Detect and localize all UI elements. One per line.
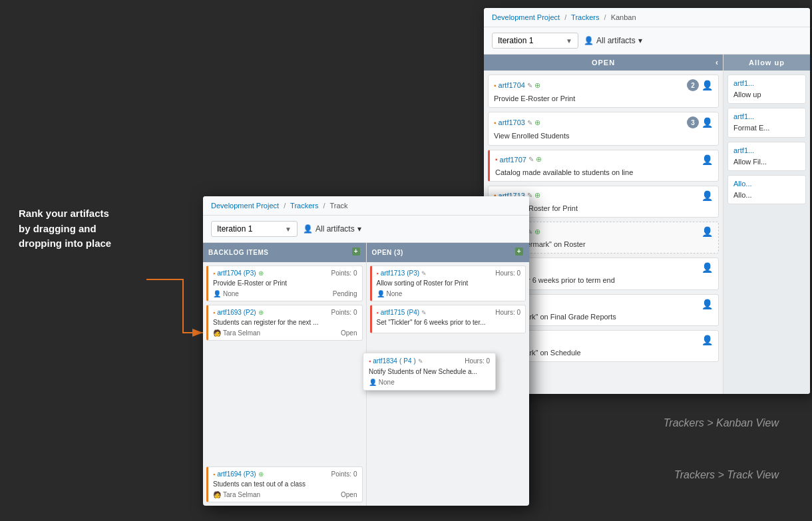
instruction-line3: dropping into place bbox=[19, 238, 111, 249]
defect-icon: ▪ bbox=[377, 309, 379, 316]
breadcrumb-trackers[interactable]: Trackers bbox=[571, 13, 599, 21]
tc-points-1693: Points: 0 bbox=[331, 309, 357, 316]
kanban-toolbar: Iteration 1 ▼ 👤 All artifacts ▾ bbox=[484, 27, 810, 55]
user-icon: 🧑 bbox=[213, 491, 221, 498]
open-track-col-header: OPEN (3) + bbox=[367, 243, 530, 262]
artifacts-label: All artifacts bbox=[596, 36, 636, 45]
edit-icon[interactable]: ✎ bbox=[418, 358, 423, 365]
right-card-title2: Format E... bbox=[733, 123, 800, 132]
add-icon[interactable]: ⊕ bbox=[534, 191, 540, 200]
tc-title-1694: Students can test out of a class bbox=[213, 480, 357, 488]
tc-hours-1715: Hours: 0 bbox=[495, 309, 520, 316]
right-card-id3[interactable]: artf1... bbox=[733, 146, 754, 154]
right-card-title3: Allow Fil... bbox=[733, 157, 800, 166]
backlog-empty-space bbox=[206, 344, 363, 463]
kanban-view-label: Trackers > Kanban View bbox=[664, 417, 779, 429]
tc-id-artf1704[interactable]: ▪ artf1704 (P3) ⊕ bbox=[213, 269, 264, 277]
card-id-artf1707[interactable]: ▪ artf1707 ✎ ⊕ bbox=[495, 155, 542, 164]
user-icon: 👤 bbox=[702, 117, 713, 128]
breadcrumb-kanban: Kanban bbox=[611, 13, 636, 21]
track-breadcrumb-devproject[interactable]: Development Project bbox=[211, 202, 279, 210]
right-card-id4[interactable]: Allo... bbox=[733, 180, 752, 188]
track-artifacts-button[interactable]: 👤 All artifacts ▾ bbox=[303, 224, 361, 234]
edit-icon-small[interactable]: ✎ bbox=[421, 309, 427, 316]
open-col-label: OPEN bbox=[592, 59, 615, 67]
kanban-breadcrumb: Development Project / Trackers / Kanban bbox=[484, 8, 810, 27]
open-track-label: OPEN (3) bbox=[372, 249, 403, 256]
kanban-card-artf1704: ▪ artf1704 ✎ ⊕ 2 👤 Provide E-Roster or P… bbox=[488, 75, 719, 108]
tc-id-artf1694[interactable]: ▪ artf1694 (P3) ⊕ bbox=[213, 470, 264, 478]
card-id-artf1704[interactable]: ▪ artf1704 ✎ ⊕ bbox=[494, 81, 540, 90]
popup-hours: Hours: 0 bbox=[465, 357, 490, 365]
track-card-open-artf1713: ▪ artf1713 (P3) ✎ Hours: 0 Allow sorting… bbox=[370, 265, 526, 301]
tc-id-artf1693[interactable]: ▪ artf1693 (P2) ⊕ bbox=[213, 309, 264, 316]
user-icon: 👤 bbox=[702, 299, 713, 309]
tc-user-name: None bbox=[223, 290, 239, 297]
instruction-line1: Rank your artifacts bbox=[19, 208, 109, 219]
right-card-title1: Allow up bbox=[733, 90, 800, 99]
person-icon: 👤 bbox=[584, 36, 594, 45]
add-icon[interactable]: ⊕ bbox=[534, 81, 540, 90]
add-icon-small[interactable]: ⊕ bbox=[258, 470, 264, 478]
track-card-artf1694: ▪ artf1694 (P3) ⊕ Points: 0 Students can… bbox=[206, 466, 363, 502]
collapse-icon[interactable]: ‹ bbox=[715, 58, 719, 67]
track-view-label: Trackers > Track View bbox=[664, 469, 779, 481]
add-icon[interactable]: ⊕ bbox=[534, 118, 540, 127]
track-breadcrumb-trackers[interactable]: Trackers bbox=[290, 202, 318, 210]
user-icon: 👤 bbox=[377, 290, 385, 297]
card-title-artf1707: Catalog made available to students on li… bbox=[495, 168, 713, 177]
popup-id-text: artf1834 bbox=[373, 357, 397, 365]
add-icon-small[interactable]: ⊕ bbox=[258, 309, 264, 316]
tc-status-1704: Pending bbox=[333, 290, 357, 297]
track-card-artf1693: ▪ artf1693 (P2) ⊕ Points: 0 Students can… bbox=[206, 305, 363, 341]
kanban-artifacts-button[interactable]: 👤 All artifacts ▾ bbox=[584, 36, 642, 45]
user-icon: 👤 bbox=[213, 290, 221, 297]
kanban-iteration-select[interactable]: Iteration 1 ▼ bbox=[492, 33, 578, 49]
story-icon: ▪ bbox=[213, 309, 215, 316]
track-iteration-label: Iteration 1 bbox=[217, 224, 252, 234]
user-icon: 👤 bbox=[702, 335, 713, 345]
tc-user-1693: 🧑 Tara Selman bbox=[213, 329, 260, 337]
edit-icon[interactable]: ✎ bbox=[527, 82, 532, 89]
edit-icon[interactable]: ✎ bbox=[527, 119, 532, 126]
kanban-right-column: Allow up artf1... Allow up artf1... Form… bbox=[723, 55, 810, 394]
tc-status-1693: Open bbox=[341, 329, 357, 337]
add-icon-small[interactable]: ⊕ bbox=[258, 269, 264, 277]
add-icon[interactable]: ⊕ bbox=[534, 228, 540, 236]
right-card-id1[interactable]: artf1... bbox=[733, 79, 754, 87]
story-icon: ▪ bbox=[494, 82, 497, 89]
tc-user-1694: 🧑 Tara Selman bbox=[213, 491, 260, 498]
track-artifacts-label: All artifacts bbox=[315, 224, 355, 234]
chevron-down-icon: ▼ bbox=[566, 37, 572, 45]
edit-icon-small[interactable]: ✎ bbox=[421, 270, 427, 277]
user-icon: 👤 bbox=[702, 190, 713, 201]
defect-icon: ▪ bbox=[369, 358, 371, 365]
edit-icon[interactable]: ✎ bbox=[528, 156, 534, 163]
dropdown-icon: ▾ bbox=[357, 224, 361, 234]
add-open-icon[interactable]: + bbox=[514, 247, 524, 258]
tc-id-open-artf1715[interactable]: ▪ artf1715 (P4) ✎ bbox=[377, 309, 427, 316]
backlog-cards: ▪ artf1704 (P3) ⊕ Points: 0 Provide E-Ro… bbox=[203, 262, 366, 506]
chevron-down-icon: ▼ bbox=[285, 226, 292, 233]
tc-title-open-artf1713: Allow sorting of Roster for Print bbox=[377, 279, 521, 287]
popup-id[interactable]: ▪ artf1834 (P4) ✎ bbox=[369, 357, 423, 365]
track-iteration-select[interactable]: Iteration 1 ▼ bbox=[211, 221, 298, 237]
badge-2: 2 bbox=[687, 79, 699, 91]
tc-title-1704: Provide E-Roster or Print bbox=[213, 279, 357, 287]
left-instruction-label: Rank your artifacts by dragging and drop… bbox=[19, 206, 138, 252]
add-icon[interactable]: ⊕ bbox=[536, 155, 542, 164]
track-card-open-artf1715: ▪ artf1715 (P4) ✎ Hours: 0 Set "Tickler"… bbox=[370, 305, 526, 333]
add-column-icon[interactable]: + bbox=[351, 247, 361, 258]
tc-user-name: None bbox=[387, 290, 403, 297]
user-icon: 👤 bbox=[702, 226, 713, 237]
popup-user: 👤 None bbox=[369, 379, 395, 386]
tc-hours-1713: Hours: 0 bbox=[495, 269, 520, 277]
popup-hours-value: 0 bbox=[486, 357, 490, 365]
person-icon: 👤 bbox=[303, 224, 313, 234]
right-card-id2[interactable]: artf1... bbox=[733, 112, 754, 120]
tc-user-name: Tara Selman bbox=[223, 491, 260, 498]
track-breadcrumb-track: Track bbox=[329, 202, 347, 210]
breadcrumb-devproject[interactable]: Development Project bbox=[492, 13, 560, 21]
card-id-artf1703[interactable]: ▪ artf1703 ✎ ⊕ bbox=[494, 118, 540, 127]
tc-id-open-artf1713[interactable]: ▪ artf1713 (P3) ✎ bbox=[377, 269, 427, 277]
